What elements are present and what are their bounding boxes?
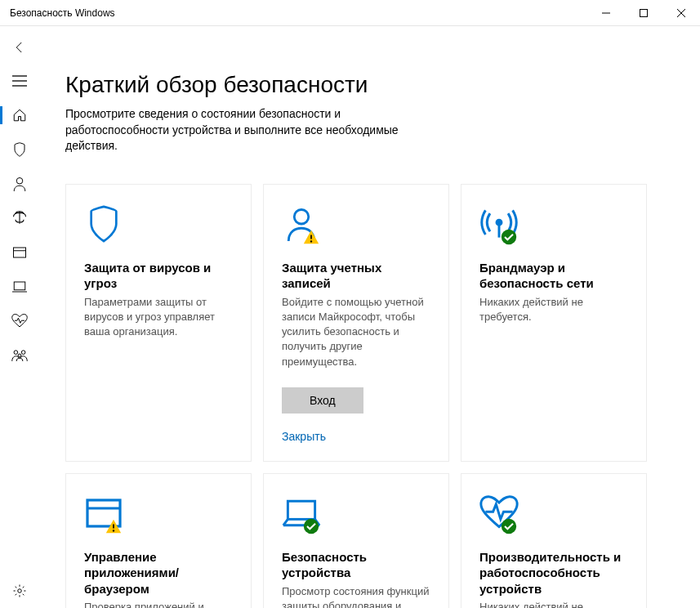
card-title: Защита учетных записей bbox=[282, 260, 430, 292]
svg-point-23 bbox=[502, 230, 516, 244]
card-desc: Никаких действий не требуется. bbox=[479, 600, 628, 608]
window-controls bbox=[587, 0, 700, 26]
card-device[interactable]: Безопасность устройства Просмотр состоян… bbox=[263, 473, 449, 608]
svg-point-7 bbox=[16, 178, 23, 185]
sidebar-item-family[interactable] bbox=[0, 338, 39, 373]
svg-point-20 bbox=[310, 240, 312, 242]
minimize-button[interactable] bbox=[587, 0, 625, 26]
cards-grid: Защита от вирусов и угроз Параметрами за… bbox=[65, 184, 680, 608]
svg-point-28 bbox=[113, 530, 114, 531]
card-title: Защита от вирусов и угроз bbox=[84, 260, 233, 292]
sidebar-item-device[interactable] bbox=[0, 270, 39, 304]
svg-rect-9 bbox=[14, 248, 26, 257]
svg-rect-29 bbox=[288, 501, 314, 519]
svg-rect-11 bbox=[14, 282, 25, 290]
shield-icon bbox=[84, 204, 123, 244]
card-app-browser[interactable]: Управление приложениями/браузером Провер… bbox=[65, 473, 252, 608]
card-title: Брандмауэр и безопасность сети bbox=[479, 260, 628, 292]
sidebar-item-virus[interactable] bbox=[0, 132, 39, 167]
maximize-button[interactable] bbox=[625, 0, 662, 26]
antenna-icon bbox=[479, 204, 519, 244]
card-title: Производительность и работоспособность у… bbox=[479, 549, 628, 597]
ok-badge-icon bbox=[501, 518, 517, 534]
svg-point-13 bbox=[14, 351, 18, 355]
sidebar-item-health[interactable] bbox=[0, 304, 39, 338]
card-account[interactable]: Защита учетных записей Войдите с помощью… bbox=[263, 184, 449, 462]
card-virus[interactable]: Защита от вирусов и угроз Параметрами за… bbox=[65, 184, 252, 462]
ok-badge-icon bbox=[501, 229, 517, 245]
menu-button[interactable] bbox=[0, 64, 39, 98]
window-icon bbox=[84, 494, 123, 533]
dismiss-link[interactable]: Закрыть bbox=[282, 430, 326, 443]
svg-point-14 bbox=[21, 351, 25, 355]
laptop-icon bbox=[282, 494, 321, 533]
back-button[interactable] bbox=[0, 31, 39, 64]
sidebar bbox=[0, 26, 39, 608]
card-desc: Проверка приложений и файлов отключена. … bbox=[84, 600, 233, 608]
sidebar-item-settings[interactable] bbox=[0, 574, 39, 608]
card-firewall[interactable]: Брандмауэр и безопасность сети Никаких д… bbox=[461, 184, 647, 462]
svg-point-16 bbox=[18, 589, 22, 593]
card-title: Управление приложениями/браузером bbox=[84, 549, 233, 597]
card-health[interactable]: Производительность и работоспособность у… bbox=[461, 473, 647, 608]
close-button[interactable] bbox=[662, 0, 700, 26]
sidebar-item-account[interactable] bbox=[0, 167, 39, 201]
card-desc: Никаких действий не требуется. bbox=[479, 295, 628, 324]
card-title: Безопасность устройства bbox=[282, 549, 430, 581]
card-desc: Параметрами защиты от вирусов и угроз уп… bbox=[84, 295, 233, 340]
person-icon bbox=[282, 204, 321, 244]
title-bar: Безопасность Windows bbox=[0, 0, 700, 26]
svg-point-33 bbox=[502, 519, 516, 534]
sign-in-button[interactable]: Вход bbox=[282, 387, 363, 414]
sidebar-item-home[interactable] bbox=[0, 98, 39, 132]
content-area: Краткий обзор безопасности Просмотрите с… bbox=[39, 26, 700, 608]
warning-badge-icon bbox=[105, 518, 122, 534]
window-title: Безопасность Windows bbox=[0, 7, 587, 19]
ok-badge-icon bbox=[303, 518, 319, 534]
svg-point-17 bbox=[294, 209, 309, 224]
sidebar-item-app-browser[interactable] bbox=[0, 235, 39, 270]
page-subtitle: Просмотрите сведения о состоянии безопас… bbox=[65, 106, 417, 154]
warning-badge-icon bbox=[303, 229, 319, 245]
sidebar-item-firewall[interactable] bbox=[0, 201, 39, 235]
heart-pulse-icon bbox=[479, 494, 519, 533]
card-desc: Войдите с помощью учетной записи Майкрос… bbox=[282, 295, 430, 369]
svg-rect-1 bbox=[640, 9, 648, 16]
page-title: Краткий обзор безопасности bbox=[65, 72, 680, 98]
svg-point-32 bbox=[304, 519, 319, 534]
card-desc: Просмотр состояния функций защиты оборуд… bbox=[282, 584, 430, 608]
